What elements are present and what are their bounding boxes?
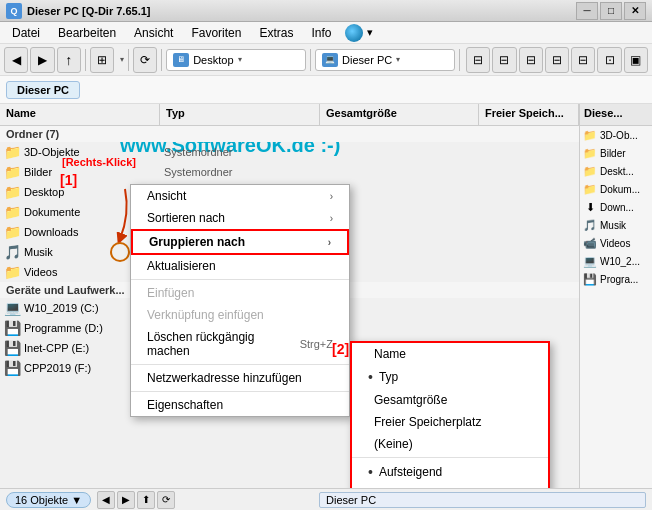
rp-item-videos[interactable]: 📹 Videos (580, 234, 652, 252)
maximize-button[interactable]: □ (600, 2, 622, 20)
path-box-1[interactable]: 🖥 Desktop ▾ (166, 49, 306, 71)
folder-icon-desktop: 📁 (4, 184, 20, 200)
rp-icon-dokum: 📁 (583, 182, 597, 196)
rp-label-videos: Videos (600, 238, 630, 249)
status-count-label: 16 Objekte (15, 494, 68, 506)
nav-forward-button[interactable]: ▶ (117, 491, 135, 509)
sub-name[interactable]: Name (352, 343, 548, 365)
drive-icon-e: 💾 (4, 340, 20, 356)
status-count-button[interactable]: 16 Objekte ▼ (6, 492, 91, 508)
globe-dropdown[interactable]: ▾ (367, 26, 373, 39)
address-label[interactable]: Dieser PC (6, 81, 80, 99)
right-panel: Diese... 📁 3D-Ob... 📁 Bilder 📁 Deskt... … (580, 104, 652, 488)
tb-extra-2[interactable]: ⊟ (492, 47, 516, 73)
col-size[interactable]: Gesamtgröße (320, 104, 479, 125)
sub-gesamtgroesse[interactable]: Gesamtgröße (352, 389, 548, 411)
rp-icon-prog: 💾 (583, 272, 597, 286)
menu-bearbeiten[interactable]: Bearbeiten (50, 24, 124, 42)
grid-button[interactable]: ⊞ (90, 47, 114, 73)
file-row-bilder[interactable]: 📁 Bilder Systemordner (0, 162, 579, 182)
ctx-sortieren-arrow: › (330, 213, 333, 224)
rp-label-bilder: Bilder (600, 148, 626, 159)
col-free[interactable]: Freier Speich... (479, 104, 579, 125)
ctx-loeschen[interactable]: Löschen rückgängig machen Strg+Z (131, 326, 349, 362)
path-box-2[interactable]: 💻 Dieser PC ▾ (315, 49, 455, 71)
pc-icon: 💻 (322, 53, 338, 67)
up-button[interactable]: ↑ (57, 47, 81, 73)
rp-item-3d[interactable]: 📁 3D-Ob... (580, 126, 652, 144)
menu-datei[interactable]: Datei (4, 24, 48, 42)
sub-typ[interactable]: • Typ (352, 365, 548, 389)
left-panel: Name Typ Gesamtgröße Freier Speich... ww… (0, 104, 580, 488)
path2-arrow[interactable]: ▾ (396, 55, 400, 64)
col-typ[interactable]: Typ (160, 104, 320, 125)
menu-ansicht[interactable]: Ansicht (126, 24, 181, 42)
tb-extra-6[interactable]: ⊡ (597, 47, 621, 73)
rp-item-desktop[interactable]: 📁 Deskt... (580, 162, 652, 180)
minimize-button[interactable]: ─ (576, 2, 598, 20)
sub-keine[interactable]: (Keine) (352, 433, 548, 455)
sub-label-aufsteigend: Aufsteigend (379, 465, 442, 479)
status-bar: 16 Objekte ▼ ◀ ▶ ⬆ ⟳ Dieser PC (0, 488, 652, 510)
sub-absteigend[interactable]: Absteigend (352, 484, 548, 488)
path-label-2: Dieser PC (342, 54, 392, 66)
title-bar: Q Dieser PC [Q-Dir 7.65.1] ─ □ ✕ (0, 0, 652, 22)
toolbar-separator-2 (128, 49, 129, 71)
ctx-netzwerk-label: Netzwerkadresse hinzufügen (147, 371, 302, 385)
nav-up-button[interactable]: ⬆ (137, 491, 155, 509)
ctx-ansicht[interactable]: Ansicht › (131, 185, 349, 207)
sub-label-name: Name (374, 347, 406, 361)
tb-extra-7[interactable]: ▣ (624, 47, 648, 73)
forward-button[interactable]: ▶ (30, 47, 54, 73)
nav-refresh-button[interactable]: ⟳ (157, 491, 175, 509)
col-name[interactable]: Name (0, 104, 160, 125)
menu-extras[interactable]: Extras (251, 24, 301, 42)
grid-dropdown-arrow[interactable]: ▾ (120, 55, 124, 64)
rp-item-prog[interactable]: 💾 Progra... (580, 270, 652, 288)
toolbar-separator-1 (85, 49, 86, 71)
file-name-bilder: Bilder (24, 166, 164, 178)
file-row-3dobjekte[interactable]: 📁 3D-Objekte Systemordner (0, 142, 579, 162)
refresh-button[interactable]: ⟳ (133, 47, 157, 73)
path1-arrow[interactable]: ▾ (238, 55, 242, 64)
sub-freier[interactable]: Freier Speicherplatz (352, 411, 548, 433)
rp-icon-3d: 📁 (583, 128, 597, 142)
file-typ-3dobjekte: Systemordner (164, 146, 324, 158)
toolbar-separator-5 (459, 49, 460, 71)
ctx-aktualisieren-label: Aktualisieren (147, 259, 216, 273)
tb-extra-3[interactable]: ⊟ (519, 47, 543, 73)
rp-item-bilder[interactable]: 📁 Bilder (580, 144, 652, 162)
tb-extra-4[interactable]: ⊟ (545, 47, 569, 73)
ctx-verknuepfung: Verknüpfung einfügen (131, 304, 349, 326)
back-button[interactable]: ◀ (4, 47, 28, 73)
rp-item-w10[interactable]: 💻 W10_2... (580, 252, 652, 270)
status-count-arrow: ▼ (71, 494, 82, 506)
ctx-einfuegen-label: Einfügen (147, 286, 194, 300)
close-button[interactable]: ✕ (624, 2, 646, 20)
tb-extra-1[interactable]: ⊟ (466, 47, 490, 73)
main-layout: Name Typ Gesamtgröße Freier Speich... ww… (0, 104, 652, 488)
rp-icon-bilder: 📁 (583, 146, 597, 160)
rp-label-prog: Progra... (600, 274, 638, 285)
ctx-sep-3 (131, 391, 349, 392)
rp-item-dokum[interactable]: 📁 Dokum... (580, 180, 652, 198)
ctx-eigenschaften[interactable]: Eigenschaften (131, 394, 349, 416)
rp-item-down[interactable]: ⬇ Down... (580, 198, 652, 216)
rp-label-down: Down... (600, 202, 634, 213)
menu-favoriten[interactable]: Favoriten (183, 24, 249, 42)
ctx-loeschen-label: Löschen rückgängig machen (147, 330, 300, 358)
sub-dot-typ: • (368, 369, 373, 385)
globe-icon[interactable] (345, 24, 363, 42)
ctx-gruppieren[interactable]: Gruppieren nach › (131, 229, 349, 255)
video-icon: 📁 (4, 264, 20, 280)
menu-info[interactable]: Info (303, 24, 339, 42)
rp-item-musik[interactable]: 🎵 Musik (580, 216, 652, 234)
tb-extra-5[interactable]: ⊟ (571, 47, 595, 73)
ctx-aktualisieren[interactable]: Aktualisieren (131, 255, 349, 277)
ctx-netzwerk[interactable]: Netzwerkadresse hinzufügen (131, 367, 349, 389)
status-nav: ◀ ▶ ⬆ ⟳ (97, 491, 175, 509)
rp-label-3d: 3D-Ob... (600, 130, 638, 141)
ctx-sortieren[interactable]: Sortieren nach › (131, 207, 349, 229)
sub-aufsteigend[interactable]: • Aufsteigend (352, 460, 548, 484)
nav-back-button[interactable]: ◀ (97, 491, 115, 509)
